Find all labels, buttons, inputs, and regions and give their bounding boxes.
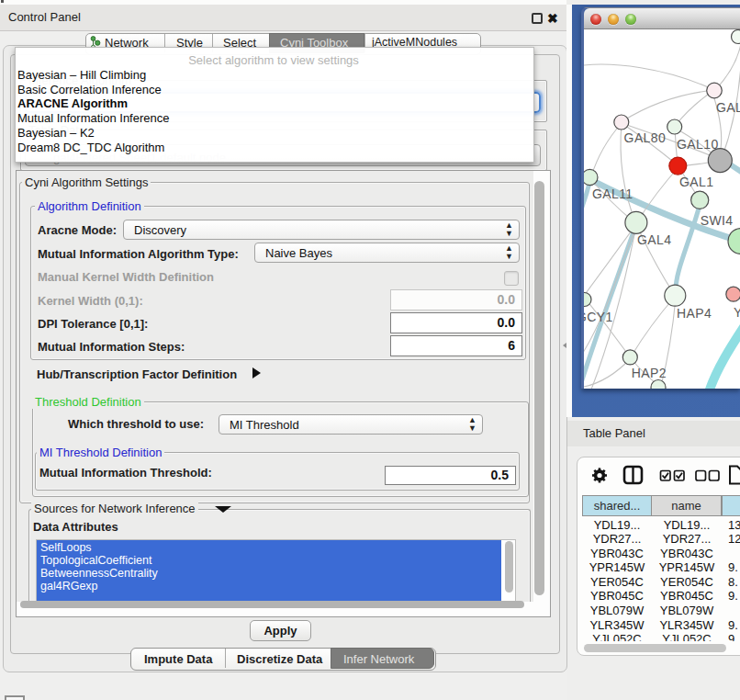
svg-text:Y: Y — [734, 305, 740, 320]
svg-text:SWI4: SWI4 — [701, 213, 734, 228]
svg-text:GAL10: GAL10 — [677, 137, 719, 152]
svg-text:HAP4: HAP4 — [677, 306, 712, 321]
svg-text:HAP2: HAP2 — [632, 366, 667, 380]
svg-text:GAL: GAL — [716, 100, 740, 115]
svg-text:GAL1: GAL1 — [679, 175, 713, 189]
svg-text:GAL4: GAL4 — [637, 232, 671, 247]
svg-text:GCY1: GCY1 — [584, 310, 613, 324]
svg-text:GAL11: GAL11 — [592, 186, 633, 201]
svg-text:GAL80: GAL80 — [624, 130, 667, 145]
